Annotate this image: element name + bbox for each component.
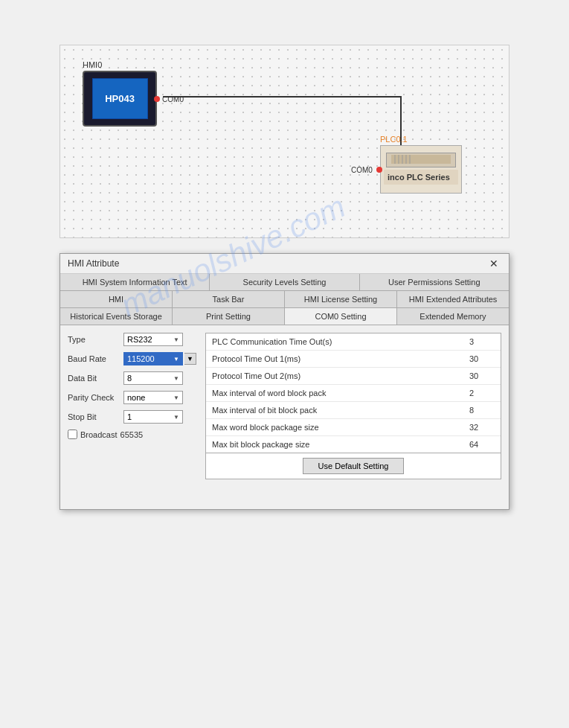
connection-h: [163, 96, 401, 98]
plc-device: inco PLC Series COM0: [380, 145, 462, 194]
tab-hmi-license[interactable]: HMI License Setting: [285, 291, 397, 307]
settings-table: PLC Communication Time Out(s) 3 Protocol…: [206, 333, 501, 453]
setting-value: 64: [463, 436, 501, 453]
dialog-footer: [60, 487, 509, 509]
table-row: Max word block package size 32: [206, 419, 501, 436]
plc-com-dot: [376, 167, 382, 173]
type-select[interactable]: RS232 ▼: [123, 333, 183, 346]
tab-historical-events[interactable]: Historical Events Storage: [60, 308, 173, 325]
data-bit-select[interactable]: 8 ▼: [123, 371, 183, 385]
data-bit-arrow: ▼: [173, 375, 179, 382]
setting-label: Max word block package size: [206, 419, 463, 436]
plc-inner: [386, 153, 456, 167]
parity-check-select[interactable]: none ▼: [123, 391, 183, 404]
hmi-label: HMI0: [83, 60, 157, 69]
setting-label: PLC Communication Time Out(s): [206, 333, 463, 351]
stop-bit-select[interactable]: 1 ▼: [123, 410, 183, 424]
type-row: Type RS232 ▼: [68, 333, 198, 346]
svg-rect-0: [391, 155, 451, 164]
table-row: Max interval of word block pack 2: [206, 385, 501, 402]
setting-value: 32: [463, 419, 501, 436]
hmi-block: HMI0 HP043 COM0: [83, 60, 157, 127]
svg-text:inco PLC Series: inco PLC Series: [388, 173, 450, 182]
tab-task-bar[interactable]: Task Bar: [173, 291, 285, 307]
baud-rate-control: 115200 ▼ ▼: [123, 352, 198, 365]
tab-extended-memory[interactable]: Extended Memory: [397, 308, 509, 325]
stop-bit-label: Stop Bit: [68, 412, 123, 421]
table-row: PLC Communication Time Out(s) 3: [206, 333, 501, 351]
hmi-attribute-dialog: HMI Attribute ✕ HMI System Information T…: [60, 253, 509, 510]
broadcast-value: 65535: [120, 430, 144, 439]
tabs-container: HMI System Information Text Security Lev…: [60, 274, 509, 325]
data-bit-label: Data Bit: [68, 374, 123, 383]
tab-print-setting[interactable]: Print Setting: [173, 308, 285, 325]
dialog-title: HMI Attribute: [68, 258, 119, 269]
diagram-area: HMI0 HP043 COM0 PLC0.1: [60, 45, 509, 238]
table-row: Protocol Time Out 1(ms) 30: [206, 351, 501, 368]
hmi-screen: HP043: [92, 78, 148, 119]
setting-label: Protocol Time Out 1(ms): [206, 351, 463, 368]
setting-value: 30: [463, 351, 501, 368]
setting-label: Max interval of word block pack: [206, 385, 463, 402]
table-row: Max interval of bit block pack 8: [206, 402, 501, 419]
type-dropdown-arrow: ▼: [173, 336, 179, 343]
hmi-device: HP043 COM0: [83, 71, 157, 127]
broadcast-label: Broadcast: [80, 430, 118, 439]
use-default-setting-button[interactable]: Use Default Setting: [303, 458, 405, 474]
type-control: RS232 ▼: [123, 333, 198, 346]
stop-bit-row: Stop Bit 1 ▼: [68, 410, 198, 424]
plc-label: PLC0.1: [380, 135, 462, 144]
plc-block: PLC0.1 inco PLC Series COM0: [380, 135, 462, 194]
hmi-com-dot: [154, 96, 160, 102]
setting-label: Max bit block package size: [206, 436, 463, 453]
tab-row-2: HMI Task Bar HMI License Setting HMI Ext…: [60, 291, 509, 308]
tab-row-1: HMI System Information Text Security Lev…: [60, 274, 509, 291]
default-btn-row: Use Default Setting: [206, 453, 501, 479]
right-panel: PLC Communication Time Out(s) 3 Protocol…: [205, 333, 501, 479]
setting-value: 30: [463, 368, 501, 385]
dialog-close-button[interactable]: ✕: [486, 258, 501, 269]
tab-hmi[interactable]: HMI: [60, 291, 173, 307]
parity-check-row: Parity Check none ▼: [68, 391, 198, 404]
tab-user-permissions[interactable]: User Permissions Setting: [360, 274, 509, 290]
plc-name: inco PLC Series: [384, 170, 458, 187]
left-panel: Type RS232 ▼ Baud Rate 115200 ▼ ▼: [68, 333, 198, 479]
data-bit-control: 8 ▼: [123, 371, 198, 385]
setting-value: 8: [463, 402, 501, 419]
baud-rate-row: Baud Rate 115200 ▼ ▼: [68, 352, 198, 365]
broadcast-row: Broadcast 65535: [68, 430, 198, 439]
dialog-titlebar: HMI Attribute ✕: [60, 254, 509, 274]
stop-bit-control: 1 ▼: [123, 410, 198, 424]
table-row: Max bit block package size 64: [206, 436, 501, 453]
baud-rate-select[interactable]: 115200 ▼: [123, 352, 183, 365]
setting-label: Protocol Time Out 2(ms): [206, 368, 463, 385]
tab-com0-setting[interactable]: COM0 Setting: [285, 308, 397, 325]
table-row: Protocol Time Out 2(ms) 30: [206, 368, 501, 385]
parity-check-arrow: ▼: [173, 395, 179, 401]
baud-rate-btn[interactable]: ▼: [184, 353, 196, 365]
broadcast-checkbox[interactable]: [68, 430, 77, 439]
dialog-body: Type RS232 ▼ Baud Rate 115200 ▼ ▼: [60, 325, 509, 487]
plc-com-label: COM0: [351, 165, 373, 173]
type-label: Type: [68, 335, 123, 344]
setting-value: 2: [463, 385, 501, 402]
setting-value: 3: [463, 333, 501, 351]
stop-bit-arrow: ▼: [173, 414, 179, 421]
parity-check-label: Parity Check: [68, 393, 123, 402]
tab-hmi-extended-attr[interactable]: HMI Extended Attributes: [397, 291, 509, 307]
baud-rate-label: Baud Rate: [68, 354, 123, 363]
tab-system-info[interactable]: HMI System Information Text: [60, 274, 210, 290]
setting-label: Max interval of bit block pack: [206, 402, 463, 419]
data-bit-row: Data Bit 8 ▼: [68, 371, 198, 385]
tab-row-3: Historical Events Storage Print Setting …: [60, 308, 509, 325]
tab-security-levels[interactable]: Security Levels Setting: [210, 274, 359, 290]
parity-check-control: none ▼: [123, 391, 198, 404]
baud-rate-arrow: ▼: [173, 356, 179, 363]
